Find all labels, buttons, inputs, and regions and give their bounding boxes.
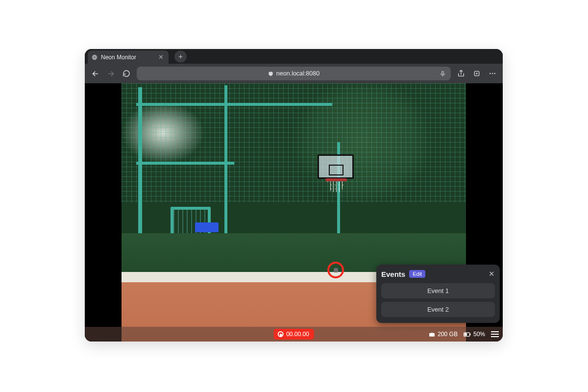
edit-events-button[interactable]: Edit	[409, 270, 425, 278]
storage-text: 200 GB	[438, 331, 458, 338]
url-bar[interactable]: neon.local:8080	[137, 67, 451, 80]
storage-icon	[429, 331, 435, 338]
svg-rect-9	[465, 333, 467, 336]
battery-text: 50%	[473, 331, 485, 338]
menu-button[interactable]	[491, 331, 499, 337]
events-title: Events	[381, 270, 405, 278]
svg-rect-8	[470, 333, 470, 335]
battery-icon	[464, 332, 471, 337]
record-button[interactable]: 00.00.00	[273, 329, 314, 340]
tab-title: Neon Monitor	[101, 54, 136, 61]
events-panel: Events Edit ✕ Event 1 Event 2	[376, 265, 500, 323]
event-button-2[interactable]: Event 2	[381, 302, 495, 317]
svg-point-6	[494, 73, 495, 74]
lock-icon	[268, 71, 273, 76]
mic-icon[interactable]	[440, 71, 446, 77]
tab-neon-monitor[interactable]: Neon Monitor ✕	[88, 50, 169, 64]
svg-point-4	[490, 73, 490, 74]
browser-window: Neon Monitor ✕ ＋ neon.local:8080	[85, 49, 503, 342]
close-tab-button[interactable]: ✕	[158, 54, 164, 60]
browser-toolbar: neon.local:8080	[85, 64, 503, 83]
svg-point-5	[492, 73, 493, 74]
basketball-backboard	[318, 154, 354, 179]
forward-button[interactable]	[105, 68, 116, 79]
page-content: Events Edit ✕ Event 1 Event 2 00.00.00 2…	[85, 83, 503, 342]
event-button-1[interactable]: Event 1	[381, 283, 495, 298]
new-tab-button[interactable]: ＋	[174, 50, 187, 63]
close-panel-button[interactable]: ✕	[489, 270, 495, 278]
detection-marker	[327, 262, 344, 278]
back-button[interactable]	[90, 68, 100, 79]
globe-icon	[92, 54, 98, 60]
more-button[interactable]	[487, 68, 498, 79]
record-icon	[277, 331, 283, 337]
storage-status: 200 GB	[429, 331, 458, 338]
url-text: neon.local:8080	[276, 70, 319, 77]
svg-rect-2	[442, 71, 443, 74]
copy-button[interactable]	[471, 68, 482, 79]
battery-status: 50%	[464, 331, 485, 338]
record-timecode: 00.00.00	[286, 331, 309, 338]
reload-button[interactable]	[121, 68, 132, 79]
status-bar: 00.00.00 200 GB 50%	[85, 327, 503, 342]
share-button[interactable]	[456, 68, 466, 79]
tab-strip: Neon Monitor ✕ ＋	[85, 49, 503, 64]
